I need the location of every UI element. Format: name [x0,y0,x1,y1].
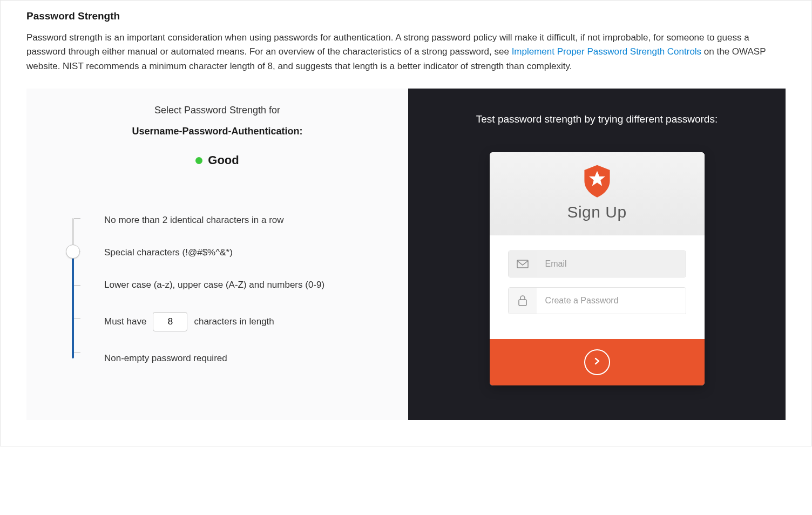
rule-identical: No more than 2 identical characters in a… [104,215,387,226]
strength-config-panel: Select Password Strength for Username-Pa… [26,89,408,420]
strength-level: Good [208,153,239,167]
slider-area: No more than 2 identical characters in a… [48,215,387,364]
section-intro: Password strength is an important consid… [26,31,786,73]
slider-tick [74,352,80,353]
email-row [508,250,686,277]
slider-thumb[interactable] [66,245,80,259]
connection-name: Username-Password-Authentication: [48,126,387,137]
section-title: Password Strength [26,10,786,22]
signup-title: Sign Up [490,203,705,221]
slider-tick [74,285,80,286]
email-input[interactable] [537,251,686,277]
preview-panel: Test password strength by trying differe… [408,89,786,420]
strength-dot-icon [195,157,202,164]
rule-nonempty: Non-empty password required [104,353,387,364]
slider-tick [74,218,80,219]
rule-cases: Lower case (a-z), upper case (A-Z) and n… [104,280,387,290]
slider-fill [72,250,74,358]
rule-length-suffix: characters in length [194,316,274,327]
svg-rect-1 [517,260,528,268]
rules-list: No more than 2 identical characters in a… [104,215,387,364]
signup-header: Sign Up [490,152,705,235]
mail-icon [509,251,537,277]
slider-tick [74,319,80,319]
auth0-logo-icon [581,164,613,198]
min-length-input[interactable] [153,312,187,331]
panels: Select Password Strength for Username-Pa… [26,89,786,420]
signup-card: Sign Up [490,152,705,385]
signup-footer [490,339,705,385]
svg-rect-2 [519,300,526,306]
rule-special: Special characters (!@#$%^&*) [104,247,387,258]
strength-badge: Good [48,153,387,167]
password-input[interactable] [537,288,686,314]
chevron-right-icon [593,357,601,367]
lock-icon [509,288,537,314]
preview-prompt: Test password strength by trying differe… [476,113,718,125]
rule-length-prefix: Must have [104,316,146,327]
strength-slider[interactable] [67,218,78,358]
submit-button[interactable] [584,349,610,375]
password-row [508,287,686,314]
rule-length: Must have characters in length [104,312,387,331]
select-heading: Select Password Strength for [48,105,387,116]
signup-body [490,235,705,339]
owasp-link[interactable]: Implement Proper Password Strength Contr… [512,46,702,57]
